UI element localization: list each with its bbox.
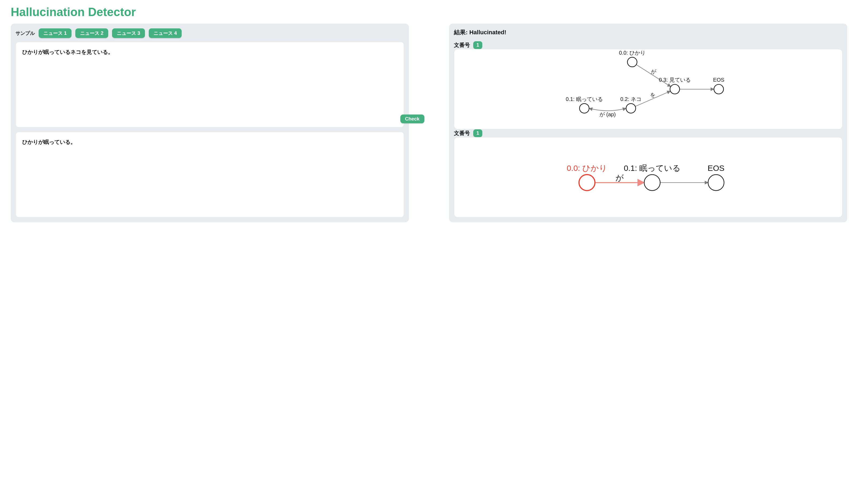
graph-edge-label: を	[650, 92, 655, 98]
sentence-label: 文番号	[454, 42, 470, 49]
sentence-index-badge: 1	[473, 129, 482, 137]
graph-node	[626, 104, 636, 113]
graph-node-label: EOS	[708, 164, 725, 173]
graph-node	[644, 175, 660, 191]
result-verdict: Hallucinated!	[469, 29, 506, 36]
graph-edge-label: が	[616, 173, 624, 182]
graph-edge	[589, 109, 626, 111]
graph-node	[579, 104, 589, 113]
graph-node-label: 0.1: 眠っている	[624, 164, 681, 173]
graph-node-label: 0.0: ひかり	[619, 50, 646, 56]
sample-row: サンプル ニュース 1 ニュース 2 ニュース 3 ニュース 4	[16, 28, 404, 38]
graph-edge-label: が (ap)	[600, 111, 616, 117]
graph-edge	[636, 65, 671, 86]
check-button[interactable]: Check	[400, 115, 425, 124]
page-title: Hallucination Detector	[11, 5, 847, 19]
graph-node	[670, 84, 680, 94]
sample-label: サンプル	[16, 30, 35, 36]
graph-node	[627, 57, 637, 67]
summary-text-input[interactable]	[16, 132, 404, 217]
sentence-index-badge: 1	[473, 41, 482, 49]
sample-button-3[interactable]: ニュース 3	[112, 28, 145, 38]
graph-node	[708, 175, 724, 191]
sample-button-1[interactable]: ニュース 1	[38, 28, 72, 38]
source-text-input[interactable]	[16, 42, 404, 128]
graph-node-label: EOS	[713, 77, 724, 83]
result-panel: 結果: Hallucinated! 文番号1がが (ap)を0.0: ひかり0.…	[449, 23, 847, 222]
graph-node-label: 0.0: ひかり	[567, 164, 607, 173]
result-prefix: 結果:	[454, 29, 469, 36]
graph-node	[714, 84, 724, 94]
graph-node	[579, 175, 595, 191]
graph-node-label: 0.1: 眠っている	[566, 96, 603, 102]
sample-button-2[interactable]: ニュース 2	[75, 28, 108, 38]
main-layout: サンプル ニュース 1 ニュース 2 ニュース 3 ニュース 4 結果: Hal…	[11, 23, 847, 222]
result-title: 結果: Hallucinated!	[454, 28, 842, 36]
sample-button-4[interactable]: ニュース 4	[149, 28, 182, 38]
sentence-row: 文番号1	[454, 41, 842, 49]
dependency-graph: がが (ap)を0.0: ひかり0.1: 眠っている0.2: ネコ0.3: 見て…	[454, 49, 842, 129]
sentence-label: 文番号	[454, 130, 470, 137]
graph-node-label: 0.3: 見ている	[659, 77, 691, 83]
input-panel: サンプル ニュース 1 ニュース 2 ニュース 3 ニュース 4	[11, 23, 409, 222]
sentence-row: 文番号1	[454, 129, 842, 137]
graph-node-label: 0.2: ネコ	[620, 96, 641, 102]
dependency-graph: が0.0: ひかり0.1: 眠っているEOS	[454, 137, 842, 217]
graph-edge-label: が	[651, 68, 656, 75]
